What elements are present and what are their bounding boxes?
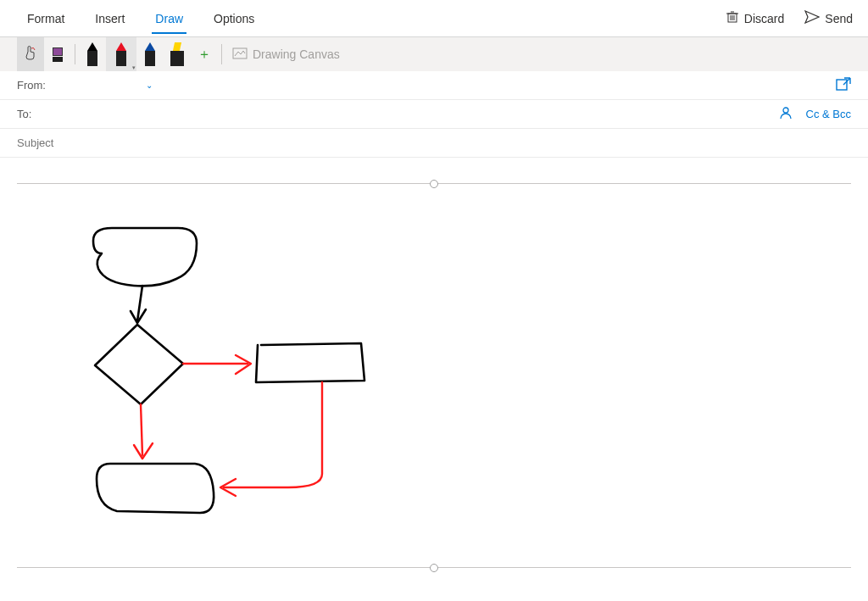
separator <box>221 44 222 64</box>
plus-icon: ＋ <box>198 47 211 61</box>
ink-drawing <box>17 186 860 565</box>
drawing-canvas[interactable] <box>17 186 860 565</box>
discard-label: Discard <box>744 12 784 25</box>
to-input[interactable] <box>61 108 779 120</box>
compose-header: From: ⌄ To: Cc & Bcc <box>0 71 868 158</box>
from-dropdown[interactable]: ⌄ <box>146 81 153 90</box>
red-arrow-shaft-down <box>141 404 142 455</box>
canvas-handle-bottom[interactable] <box>430 564 438 572</box>
red-connector-curve <box>224 382 322 487</box>
from-label: From: <box>17 79 61 92</box>
popout-button[interactable] <box>836 77 851 93</box>
chevron-down-icon: ⌄ <box>146 81 153 90</box>
chevron-down-icon[interactable]: ▾ <box>132 64 136 71</box>
highlighter-icon <box>170 42 184 66</box>
ribbon-tabs: Format Insert Draw Options <box>24 3 258 34</box>
svg-point-8 <box>783 108 788 113</box>
draw-toolbar: ▾ ＋ Drawing Canvas <box>0 37 868 71</box>
people-icon <box>779 109 793 122</box>
pen-red-tool[interactable]: ▾ <box>106 37 136 71</box>
pen-black-tool[interactable] <box>79 37 106 71</box>
ribbon-actions: Discard Send <box>726 10 853 26</box>
send-icon <box>804 10 820 26</box>
eraser-tool[interactable] <box>44 37 71 71</box>
to-label: To: <box>17 108 61 120</box>
popout-icon <box>836 80 851 93</box>
send-button[interactable]: Send <box>804 10 853 26</box>
drawing-canvas-button[interactable]: Drawing Canvas <box>232 47 340 62</box>
touch-icon <box>23 45 38 64</box>
canvas-divider-top <box>17 183 851 184</box>
from-row: From: ⌄ <box>0 71 868 100</box>
pen-red-icon <box>115 42 127 66</box>
ribbon: Format Insert Draw Options Discard Send <box>0 0 868 37</box>
tab-insert[interactable]: Insert <box>92 3 128 34</box>
pen-blue-icon <box>144 42 156 66</box>
highlighter-tool[interactable] <box>164 37 191 71</box>
tab-options[interactable]: Options <box>210 3 258 34</box>
svg-rect-7 <box>837 80 847 90</box>
tab-draw[interactable]: Draw <box>152 3 186 34</box>
ccbcc-button[interactable]: Cc & Bcc <box>806 108 851 120</box>
separator <box>75 44 75 64</box>
send-label: Send <box>825 12 853 25</box>
trash-icon <box>726 10 739 26</box>
process-shape <box>256 343 364 382</box>
diamond-shape <box>95 325 183 404</box>
pen-black-icon <box>86 42 98 66</box>
add-pen-button[interactable]: ＋ <box>198 46 211 64</box>
canvas-divider-bottom <box>17 567 851 568</box>
to-row: To: Cc & Bcc <box>0 100 868 129</box>
drawing-canvas-label: Drawing Canvas <box>253 47 340 61</box>
people-picker-button[interactable] <box>779 106 793 122</box>
discard-button[interactable]: Discard <box>726 10 784 26</box>
eraser-icon <box>53 47 63 62</box>
subject-input[interactable] <box>17 136 851 149</box>
rounded-rect-shape <box>97 464 214 513</box>
tab-format[interactable]: Format <box>24 3 68 34</box>
canvas-icon <box>232 47 248 62</box>
pen-blue-tool[interactable] <box>136 37 164 71</box>
touch-draw-tool[interactable] <box>17 37 44 71</box>
subject-row <box>0 129 868 158</box>
terminator-shape <box>93 228 197 286</box>
